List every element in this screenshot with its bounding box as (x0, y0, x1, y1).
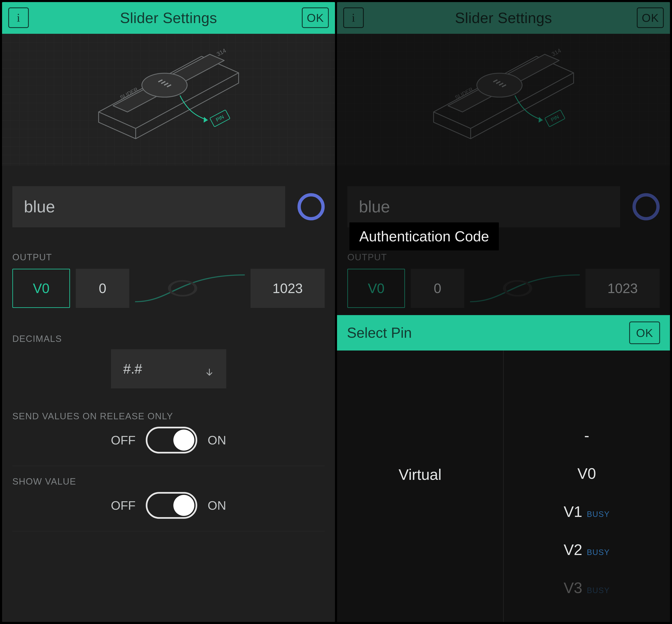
output-curve-icon (135, 269, 245, 308)
info-button[interactable]: i (8, 7, 29, 28)
svg-point-11 (169, 281, 196, 296)
illus-top-number: 314 (216, 47, 227, 57)
pin-busy-badge: BUSY (587, 510, 610, 519)
svg-marker-20 (539, 117, 543, 123)
pin-category-item[interactable]: Virtual (399, 466, 441, 483)
toggle-knob (173, 430, 194, 450)
output-max-input[interactable]: 1023 (586, 269, 660, 308)
ok-button[interactable]: OK (302, 7, 329, 28)
output-pin-selector[interactable]: V0 (347, 269, 405, 308)
show-value-label: SHOW VALUE (12, 476, 325, 487)
select-pin-header: Select Pin OK (337, 315, 670, 350)
info-icon: i (352, 11, 355, 24)
widget-name-input[interactable]: blue (12, 186, 285, 227)
header-bar: i Slider Settings OK (2, 2, 335, 34)
toggle-knob (173, 495, 194, 516)
select-pin-ok-button[interactable]: OK (629, 321, 660, 344)
decimals-selector[interactable]: #.# (111, 349, 226, 388)
auth-code-tooltip: Authentication Code (349, 223, 499, 251)
output-min-input[interactable]: 0 (411, 269, 464, 308)
slider-settings-panel-right: i Slider Settings OK (337, 2, 670, 622)
pin-busy-badge: BUSY (587, 586, 610, 595)
chevron-down-icon (205, 364, 214, 373)
toggle-off-label: OFF (111, 498, 136, 513)
header-bar: i Slider Settings OK (337, 2, 670, 34)
select-pin-overlay: Select Pin OK Virtual - V0 (337, 315, 670, 622)
svg-marker-9 (204, 117, 208, 123)
pin-option[interactable]: - (584, 427, 589, 444)
settings-body: blue OUTPUT V0 0 102 (2, 165, 335, 622)
color-picker-ring[interactable] (297, 193, 325, 220)
svg-point-22 (504, 281, 531, 296)
info-button[interactable]: i (343, 7, 364, 28)
output-row: V0 0 1023 (347, 268, 660, 309)
show-value-toggle[interactable] (146, 492, 197, 519)
info-icon: i (17, 11, 20, 24)
illus-pin-tag: PIN (550, 114, 560, 123)
select-pin-body: Virtual - V0 V1 BUSY V2 (337, 350, 670, 622)
output-section-label: OUTPUT (347, 252, 660, 262)
output-min-input[interactable]: 0 (76, 269, 129, 308)
ok-button[interactable]: OK (637, 7, 664, 28)
pin-option[interactable]: V1 BUSY (564, 503, 610, 520)
pin-busy-badge: BUSY (587, 548, 610, 557)
output-curve-icon (470, 269, 580, 308)
select-pin-options-column[interactable]: - V0 V1 BUSY V2 BUSY V3 BUSY (504, 350, 670, 622)
output-max-input[interactable]: 1023 (250, 269, 325, 308)
slider-illustration: SLIDER 314 PIN (337, 34, 670, 165)
page-title: Slider Settings (455, 9, 552, 26)
slider-settings-panel-left: i Slider Settings OK (2, 2, 335, 622)
pin-option[interactable]: V3 BUSY (564, 579, 610, 597)
output-pin-selector[interactable]: V0 (12, 269, 70, 308)
output-row: V0 0 1023 (12, 268, 325, 309)
show-value-row: OFF ON (12, 492, 325, 531)
select-pin-category-column[interactable]: Virtual (337, 350, 504, 622)
decimals-section-label: DECIMALS (12, 334, 325, 344)
select-pin-title: Select Pin (347, 324, 412, 341)
illus-top-number: 314 (550, 47, 562, 57)
pin-option[interactable]: V0 (577, 465, 596, 482)
page-title: Slider Settings (120, 9, 217, 26)
toggle-on-label: ON (208, 498, 226, 513)
pin-option[interactable]: V2 BUSY (564, 541, 610, 558)
illus-pin-tag: PIN (215, 114, 224, 123)
color-picker-ring[interactable] (633, 193, 660, 220)
toggle-on-label: ON (208, 433, 226, 447)
widget-name-input[interactable]: blue (347, 186, 620, 227)
output-section-label: OUTPUT (12, 252, 325, 262)
slider-illustration: SLIDER 314 PIN (2, 34, 335, 165)
send-on-release-label: SEND VALUES ON RELEASE ONLY (12, 411, 325, 421)
toggle-off-label: OFF (111, 433, 136, 447)
send-on-release-toggle[interactable] (146, 427, 197, 453)
send-on-release-row: OFF ON (12, 427, 325, 466)
